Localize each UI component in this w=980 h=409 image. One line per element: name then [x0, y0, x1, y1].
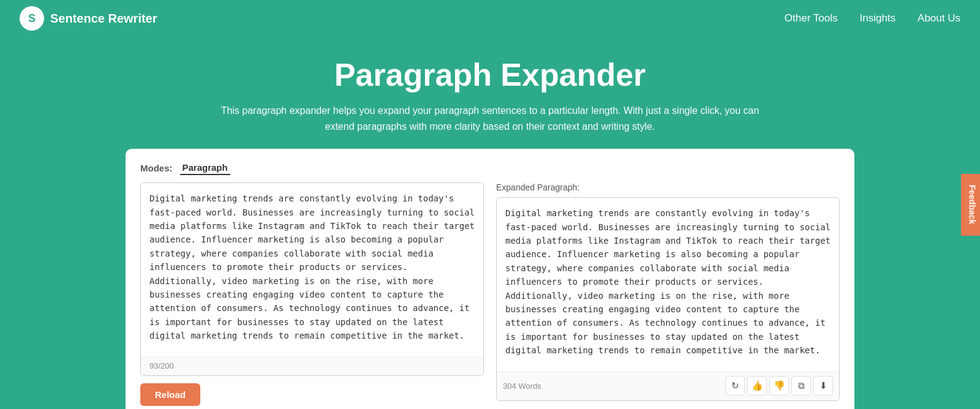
output-textarea[interactable] — [497, 198, 839, 369]
header: S Sentence Rewriter Other Tools Insights… — [0, 0, 980, 37]
thumbs-down-icon: 👎 — [774, 380, 785, 391]
output-column: Expanded Paragraph: 304 Words ↻ 👍 👎 — [496, 182, 840, 401]
copy-button[interactable]: ⧉ — [791, 376, 811, 396]
download-button[interactable]: ⬇ — [813, 376, 833, 396]
hero-section: Paragraph Expander This paragraph expand… — [0, 37, 980, 149]
thumbs-up-button[interactable]: 👍 — [747, 376, 767, 396]
feedback-tab[interactable]: Feedback — [962, 174, 980, 236]
refresh-button[interactable]: ↻ — [725, 376, 745, 396]
reload-button[interactable]: Reload — [140, 383, 200, 406]
char-count: 93/200 — [141, 357, 483, 375]
action-icons: ↻ 👍 👎 ⧉ ⬇ — [725, 376, 833, 396]
nav-insights[interactable]: Insights — [859, 12, 895, 24]
output-wrapper: 304 Words ↻ 👍 👎 ⧉ — [496, 197, 840, 401]
thumbs-down-button[interactable]: 👎 — [769, 376, 789, 396]
nav: Other Tools Insights About Us — [785, 12, 960, 24]
output-footer: 304 Words ↻ 👍 👎 ⧉ — [497, 372, 839, 400]
logo[interactable]: S Sentence Rewriter — [20, 6, 157, 31]
input-textarea[interactable] — [141, 183, 483, 355]
modes-label: Modes: — [140, 163, 173, 173]
page-title: Paragraph Expander — [12, 56, 968, 93]
nav-about-us[interactable]: About Us — [918, 12, 960, 24]
modes-bar: Modes: Paragraph — [140, 161, 840, 175]
refresh-icon: ↻ — [731, 380, 739, 391]
download-icon: ⬇ — [820, 380, 827, 391]
hero-description: This paragraph expander helps you expand… — [214, 103, 766, 134]
editor-columns: 93/200 Reload Expanded Paragraph: 304 Wo… — [140, 182, 840, 406]
logo-icon: S — [20, 6, 44, 31]
input-column: 93/200 Reload — [140, 182, 484, 406]
input-wrapper: 93/200 — [140, 182, 484, 376]
logo-text: Sentence Rewriter — [50, 12, 157, 26]
nav-other-tools[interactable]: Other Tools — [785, 12, 838, 24]
word-count: 304 Words — [503, 381, 541, 391]
mode-paragraph-tab[interactable]: Paragraph — [180, 161, 230, 175]
main-card: Modes: Paragraph 93/200 Reload Expanded … — [126, 149, 854, 409]
copy-icon: ⧉ — [798, 380, 805, 391]
expanded-label: Expanded Paragraph: — [496, 182, 840, 192]
thumbs-up-icon: 👍 — [752, 380, 763, 391]
